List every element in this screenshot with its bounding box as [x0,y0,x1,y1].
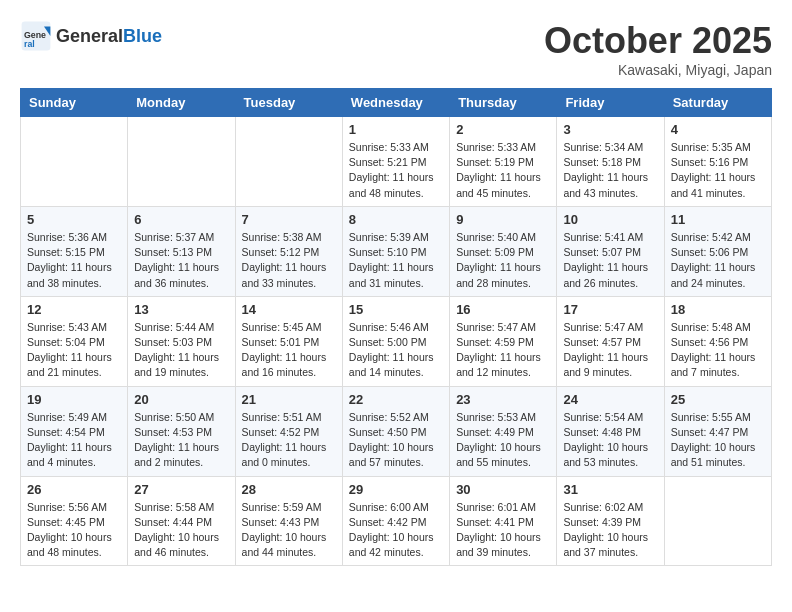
weekday-header: Saturday [664,89,771,117]
calendar-cell: 9Sunrise: 5:40 AM Sunset: 5:09 PM Daylig… [450,206,557,296]
calendar-cell [21,117,128,207]
day-number: 4 [671,122,765,137]
calendar-week-row: 5Sunrise: 5:36 AM Sunset: 5:15 PM Daylig… [21,206,772,296]
calendar-cell: 29Sunrise: 6:00 AM Sunset: 4:42 PM Dayli… [342,476,449,566]
calendar-cell: 20Sunrise: 5:50 AM Sunset: 4:53 PM Dayli… [128,386,235,476]
day-number: 22 [349,392,443,407]
calendar-cell: 14Sunrise: 5:45 AM Sunset: 5:01 PM Dayli… [235,296,342,386]
calendar-cell: 25Sunrise: 5:55 AM Sunset: 4:47 PM Dayli… [664,386,771,476]
day-info: Sunrise: 5:42 AM Sunset: 5:06 PM Dayligh… [671,230,765,291]
calendar-cell: 18Sunrise: 5:48 AM Sunset: 4:56 PM Dayli… [664,296,771,386]
svg-text:Gene: Gene [24,30,46,40]
day-number: 27 [134,482,228,497]
calendar-cell: 23Sunrise: 5:53 AM Sunset: 4:49 PM Dayli… [450,386,557,476]
logo-icon: Gene ral [20,20,52,52]
day-info: Sunrise: 5:47 AM Sunset: 4:59 PM Dayligh… [456,320,550,381]
day-info: Sunrise: 5:37 AM Sunset: 5:13 PM Dayligh… [134,230,228,291]
logo: Gene ral GeneralBlue [20,20,162,52]
weekday-header: Monday [128,89,235,117]
calendar-cell: 19Sunrise: 5:49 AM Sunset: 4:54 PM Dayli… [21,386,128,476]
day-info: Sunrise: 5:46 AM Sunset: 5:00 PM Dayligh… [349,320,443,381]
day-number: 17 [563,302,657,317]
day-number: 3 [563,122,657,137]
day-number: 1 [349,122,443,137]
day-info: Sunrise: 5:45 AM Sunset: 5:01 PM Dayligh… [242,320,336,381]
calendar-cell: 1Sunrise: 5:33 AM Sunset: 5:21 PM Daylig… [342,117,449,207]
day-info: Sunrise: 5:56 AM Sunset: 4:45 PM Dayligh… [27,500,121,561]
calendar-cell: 16Sunrise: 5:47 AM Sunset: 4:59 PM Dayli… [450,296,557,386]
day-number: 26 [27,482,121,497]
day-info: Sunrise: 5:34 AM Sunset: 5:18 PM Dayligh… [563,140,657,201]
day-number: 18 [671,302,765,317]
month-title: October 2025 [544,20,772,62]
calendar-cell [664,476,771,566]
calendar-cell: 21Sunrise: 5:51 AM Sunset: 4:52 PM Dayli… [235,386,342,476]
location: Kawasaki, Miyagi, Japan [544,62,772,78]
day-number: 24 [563,392,657,407]
day-number: 12 [27,302,121,317]
day-number: 29 [349,482,443,497]
day-info: Sunrise: 6:00 AM Sunset: 4:42 PM Dayligh… [349,500,443,561]
day-number: 2 [456,122,550,137]
calendar-cell: 6Sunrise: 5:37 AM Sunset: 5:13 PM Daylig… [128,206,235,296]
day-info: Sunrise: 5:36 AM Sunset: 5:15 PM Dayligh… [27,230,121,291]
day-number: 11 [671,212,765,227]
day-info: Sunrise: 5:55 AM Sunset: 4:47 PM Dayligh… [671,410,765,471]
day-number: 8 [349,212,443,227]
logo-text-general: General [56,26,123,46]
day-number: 10 [563,212,657,227]
weekday-header: Tuesday [235,89,342,117]
calendar-week-row: 12Sunrise: 5:43 AM Sunset: 5:04 PM Dayli… [21,296,772,386]
weekday-header: Sunday [21,89,128,117]
calendar-cell: 17Sunrise: 5:47 AM Sunset: 4:57 PM Dayli… [557,296,664,386]
calendar-cell: 12Sunrise: 5:43 AM Sunset: 5:04 PM Dayli… [21,296,128,386]
day-info: Sunrise: 5:44 AM Sunset: 5:03 PM Dayligh… [134,320,228,381]
day-number: 25 [671,392,765,407]
calendar-week-row: 19Sunrise: 5:49 AM Sunset: 4:54 PM Dayli… [21,386,772,476]
day-number: 5 [27,212,121,227]
calendar-cell: 4Sunrise: 5:35 AM Sunset: 5:16 PM Daylig… [664,117,771,207]
day-info: Sunrise: 5:50 AM Sunset: 4:53 PM Dayligh… [134,410,228,471]
day-info: Sunrise: 5:35 AM Sunset: 5:16 PM Dayligh… [671,140,765,201]
day-info: Sunrise: 5:38 AM Sunset: 5:12 PM Dayligh… [242,230,336,291]
day-number: 14 [242,302,336,317]
calendar-cell: 3Sunrise: 5:34 AM Sunset: 5:18 PM Daylig… [557,117,664,207]
day-info: Sunrise: 6:02 AM Sunset: 4:39 PM Dayligh… [563,500,657,561]
day-info: Sunrise: 6:01 AM Sunset: 4:41 PM Dayligh… [456,500,550,561]
day-number: 20 [134,392,228,407]
calendar-cell: 11Sunrise: 5:42 AM Sunset: 5:06 PM Dayli… [664,206,771,296]
weekday-header: Wednesday [342,89,449,117]
day-number: 7 [242,212,336,227]
day-info: Sunrise: 5:40 AM Sunset: 5:09 PM Dayligh… [456,230,550,291]
calendar-cell [128,117,235,207]
day-info: Sunrise: 5:39 AM Sunset: 5:10 PM Dayligh… [349,230,443,291]
calendar-cell: 15Sunrise: 5:46 AM Sunset: 5:00 PM Dayli… [342,296,449,386]
day-number: 28 [242,482,336,497]
weekday-header: Thursday [450,89,557,117]
day-number: 6 [134,212,228,227]
header: Gene ral GeneralBlue October 2025 Kawasa… [20,20,772,78]
day-info: Sunrise: 5:33 AM Sunset: 5:19 PM Dayligh… [456,140,550,201]
calendar-cell: 31Sunrise: 6:02 AM Sunset: 4:39 PM Dayli… [557,476,664,566]
calendar-cell: 13Sunrise: 5:44 AM Sunset: 5:03 PM Dayli… [128,296,235,386]
calendar-cell [235,117,342,207]
calendar-cell: 7Sunrise: 5:38 AM Sunset: 5:12 PM Daylig… [235,206,342,296]
day-number: 13 [134,302,228,317]
calendar-cell: 8Sunrise: 5:39 AM Sunset: 5:10 PM Daylig… [342,206,449,296]
calendar-cell: 5Sunrise: 5:36 AM Sunset: 5:15 PM Daylig… [21,206,128,296]
calendar: SundayMondayTuesdayWednesdayThursdayFrid… [20,88,772,566]
day-info: Sunrise: 5:48 AM Sunset: 4:56 PM Dayligh… [671,320,765,381]
weekday-header: Friday [557,89,664,117]
day-info: Sunrise: 5:33 AM Sunset: 5:21 PM Dayligh… [349,140,443,201]
day-number: 16 [456,302,550,317]
day-info: Sunrise: 5:47 AM Sunset: 4:57 PM Dayligh… [563,320,657,381]
logo-text-blue: Blue [123,26,162,46]
day-info: Sunrise: 5:58 AM Sunset: 4:44 PM Dayligh… [134,500,228,561]
calendar-cell: 27Sunrise: 5:58 AM Sunset: 4:44 PM Dayli… [128,476,235,566]
day-info: Sunrise: 5:54 AM Sunset: 4:48 PM Dayligh… [563,410,657,471]
day-number: 23 [456,392,550,407]
day-info: Sunrise: 5:53 AM Sunset: 4:49 PM Dayligh… [456,410,550,471]
day-number: 9 [456,212,550,227]
calendar-cell: 22Sunrise: 5:52 AM Sunset: 4:50 PM Dayli… [342,386,449,476]
calendar-cell: 2Sunrise: 5:33 AM Sunset: 5:19 PM Daylig… [450,117,557,207]
